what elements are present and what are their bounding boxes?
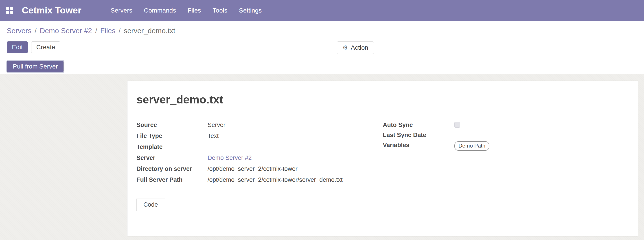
create-button[interactable]: Create — [31, 41, 60, 53]
breadcrumb-demo-server-2[interactable]: Demo Server #2 — [40, 27, 92, 35]
gear-icon: ⚙ — [342, 45, 348, 51]
field-value-source: Server — [208, 121, 364, 129]
field-groups: Source Server File Type Text Template Se… — [136, 121, 629, 187]
breadcrumb-separator: / — [34, 27, 36, 35]
field-label-directory: Directory on server — [136, 165, 208, 173]
breadcrumb-current-file: server_demo.txt — [124, 27, 175, 35]
form-sheet: server_demo.txt Source Server File Type … — [127, 81, 638, 236]
field-group-left: Source Server File Type Text Template Se… — [136, 121, 364, 187]
field-row-file-type: File Type Text — [136, 132, 364, 143]
navbar-item-files[interactable]: Files — [182, 0, 207, 21]
field-row-directory: Directory on server /opt/demo_server_2/c… — [136, 165, 364, 176]
action-menu-label: Action — [351, 44, 368, 51]
field-row-auto-sync: Auto Sync — [383, 121, 629, 131]
field-value-last-sync-date — [450, 131, 629, 141]
breadcrumb-files[interactable]: Files — [100, 27, 116, 35]
pull-from-server-button[interactable]: Pull from Server — [7, 61, 64, 72]
field-label-variables: Variables — [383, 141, 450, 149]
apps-menu-square — [6, 7, 9, 10]
field-row-server: Server Demo Server #2 — [136, 154, 364, 165]
field-row-template: Template — [136, 143, 364, 154]
variable-tag-demo-path: Demo Path — [454, 141, 490, 151]
navbar-menu: Servers Commands Files Tools Settings — [105, 0, 268, 21]
apps-menu-square — [10, 7, 13, 10]
field-label-full-server-path: Full Server Path — [136, 176, 208, 184]
field-value-file-type: Text — [208, 132, 364, 140]
field-label-template: Template — [136, 143, 208, 151]
field-value-full-server-path: /opt/demo_server_2/cetmix-tower/server_d… — [208, 176, 364, 184]
content-area: server_demo.txt Source Server File Type … — [0, 74, 644, 240]
field-label-server: Server — [136, 154, 208, 162]
navbar-item-tools[interactable]: Tools — [207, 0, 233, 21]
field-row-variables: Variables Demo Path — [383, 141, 629, 151]
server-link[interactable]: Demo Server #2 — [208, 154, 252, 161]
form-toolbar: Edit Create ⚙ Action — [0, 41, 644, 54]
page-title: server_demo.txt — [136, 93, 629, 106]
apps-menu-square — [10, 11, 13, 14]
breadcrumb-separator: / — [119, 27, 121, 35]
field-value-variables: Demo Path — [450, 141, 629, 151]
navbar-item-servers[interactable]: Servers — [105, 0, 138, 21]
notebook-tabs: Code — [136, 199, 629, 211]
field-group-right: Auto Sync Last Sync Date Variables Demo … — [383, 121, 629, 151]
field-label-file-type: File Type — [136, 132, 208, 140]
breadcrumb-servers[interactable]: Servers — [7, 27, 32, 35]
breadcrumb: Servers / Demo Server #2 / Files / serve… — [0, 21, 644, 41]
apps-menu-square — [6, 11, 9, 14]
field-label-last-sync-date: Last Sync Date — [383, 131, 450, 139]
navbar-item-commands[interactable]: Commands — [138, 0, 182, 21]
field-value-directory: /opt/demo_server_2/cetmix-tower — [208, 165, 364, 173]
navbar-item-settings[interactable]: Settings — [233, 0, 268, 21]
top-navbar: Cetmix Tower Servers Commands Files Tool… — [0, 0, 644, 21]
field-label-auto-sync: Auto Sync — [383, 121, 450, 129]
auto-sync-checkbox[interactable] — [454, 122, 460, 128]
tab-code[interactable]: Code — [136, 199, 165, 211]
breadcrumb-separator: / — [95, 27, 97, 35]
field-value-auto-sync — [450, 121, 629, 131]
action-menu-button[interactable]: ⚙ Action — [337, 41, 374, 54]
edit-button[interactable]: Edit — [7, 41, 28, 53]
field-row-source: Source Server — [136, 121, 364, 132]
field-row-full-server-path: Full Server Path /opt/demo_server_2/cetm… — [136, 176, 364, 187]
brand-title[interactable]: Cetmix Tower — [22, 5, 82, 16]
field-label-source: Source — [136, 121, 208, 129]
apps-menu-icon[interactable] — [6, 7, 13, 14]
statusbar: Pull from Server — [0, 61, 644, 75]
app-window: Cetmix Tower Servers Commands Files Tool… — [0, 0, 644, 240]
field-row-last-sync-date: Last Sync Date — [383, 131, 629, 141]
